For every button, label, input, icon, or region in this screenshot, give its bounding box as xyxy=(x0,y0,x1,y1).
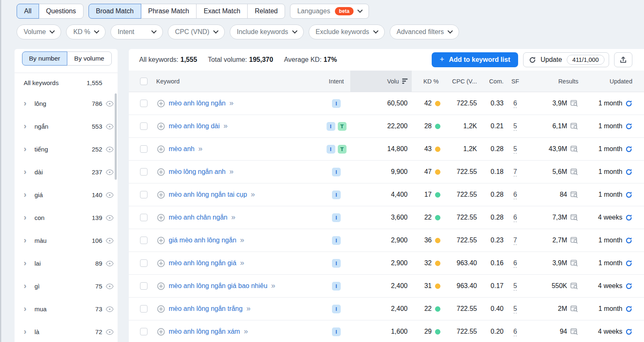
filter-dropdown[interactable]: KD % xyxy=(66,24,106,39)
filter-dropdown[interactable]: Include keywords xyxy=(230,24,304,39)
filter-dropdown[interactable]: CPC (VND) xyxy=(168,24,225,39)
eye-icon[interactable] xyxy=(106,101,114,107)
serp-features-count[interactable]: 6 xyxy=(514,100,517,108)
column-header-serp-features[interactable]: SF xyxy=(506,78,524,85)
plus-circle-icon[interactable] xyxy=(157,305,165,313)
keyword-link[interactable]: giá mèo anh lông ngắn xyxy=(169,237,236,244)
refresh-icon[interactable] xyxy=(625,100,632,107)
select-all-checkbox[interactable] xyxy=(140,78,147,85)
sort-descending-icon[interactable] xyxy=(402,78,408,84)
row-checkbox[interactable] xyxy=(140,237,147,244)
row-checkbox[interactable] xyxy=(140,282,147,290)
sidebar-keyword-group[interactable]: › lai 89 xyxy=(15,252,118,275)
keyword-link[interactable]: mèo lông ngắn anh xyxy=(169,168,226,176)
row-checkbox[interactable] xyxy=(140,214,147,221)
sidebar-keyword-group[interactable]: › màu 106 xyxy=(15,229,118,252)
chevron-right-icon[interactable]: › xyxy=(24,190,32,198)
plus-circle-icon[interactable] xyxy=(157,237,165,244)
serp-features-count[interactable]: 5 xyxy=(514,122,517,131)
keyword-link[interactable]: mèo anh lông dài xyxy=(169,122,220,130)
column-header-volume[interactable]: Volu xyxy=(350,71,412,92)
serp-preview-icon[interactable] xyxy=(570,214,578,221)
double-chevron-right-icon[interactable]: » xyxy=(229,168,234,176)
sidebar-tab-by-number[interactable]: By number xyxy=(22,51,67,66)
serp-features-count[interactable]: 6 xyxy=(514,259,517,268)
chevron-right-icon[interactable]: › xyxy=(24,99,32,107)
double-chevron-right-icon[interactable]: » xyxy=(231,214,235,221)
chevron-right-icon[interactable]: › xyxy=(24,281,32,290)
serp-features-count[interactable]: 6 xyxy=(514,191,517,199)
serp-features-count[interactable]: 5 xyxy=(514,282,517,291)
eye-icon[interactable] xyxy=(106,192,114,198)
row-checkbox[interactable] xyxy=(140,122,147,130)
sidebar-scrollbar[interactable] xyxy=(115,93,117,180)
row-checkbox[interactable] xyxy=(140,100,147,107)
column-header-results[interactable]: Results xyxy=(524,78,582,85)
match-tab-questions[interactable]: Questions xyxy=(39,4,84,19)
double-chevron-right-icon[interactable]: » xyxy=(240,259,244,267)
eye-icon[interactable] xyxy=(106,238,114,244)
sidebar-keyword-group[interactable]: › mua 73 xyxy=(15,298,118,320)
row-checkbox[interactable] xyxy=(140,305,147,313)
match-tab-phrase-match[interactable]: Phrase Match xyxy=(141,4,197,19)
eye-icon[interactable] xyxy=(106,329,114,335)
plus-circle-icon[interactable] xyxy=(157,214,165,222)
serp-preview-icon[interactable] xyxy=(570,237,578,244)
double-chevron-right-icon[interactable]: » xyxy=(244,328,248,335)
refresh-icon[interactable] xyxy=(625,260,632,267)
chevron-right-icon[interactable]: › xyxy=(24,327,32,335)
refresh-icon[interactable] xyxy=(625,328,632,335)
filter-dropdown[interactable]: Intent xyxy=(111,24,163,39)
sidebar-tab-by-volume[interactable]: By volume xyxy=(67,51,112,66)
serp-features-count[interactable]: 7 xyxy=(514,168,517,176)
chevron-right-icon[interactable]: › xyxy=(24,144,32,153)
column-header-updated[interactable]: Updated xyxy=(582,78,644,85)
plus-circle-icon[interactable] xyxy=(157,122,165,130)
eye-icon[interactable] xyxy=(106,124,114,129)
keyword-link[interactable]: mèo anh lông ngắn tai cụp xyxy=(169,191,247,198)
keyword-link[interactable]: mèo anh lông ngắn xyxy=(169,100,226,107)
refresh-icon[interactable] xyxy=(625,214,632,221)
filter-dropdown[interactable]: Exclude keywords xyxy=(309,24,385,39)
plus-circle-icon[interactable] xyxy=(157,282,165,290)
double-chevron-right-icon[interactable]: » xyxy=(224,122,228,130)
sidebar-keyword-group[interactable]: › gì 75 xyxy=(15,275,118,298)
column-header-kd[interactable]: KD % xyxy=(412,78,444,85)
filter-dropdown[interactable]: Advanced filters xyxy=(390,24,460,39)
sidebar-item-all-keywords[interactable]: All keywords 1,555 xyxy=(15,73,118,92)
row-checkbox[interactable] xyxy=(140,259,147,267)
languages-dropdown[interactable]: Languages beta xyxy=(290,4,369,19)
column-header-intent[interactable]: Intent xyxy=(322,78,350,85)
double-chevron-right-icon[interactable]: » xyxy=(251,191,255,198)
serp-preview-icon[interactable] xyxy=(570,169,578,175)
keyword-link[interactable]: mèo anh lông ngắn trắng xyxy=(169,305,243,313)
serp-features-count[interactable]: 6 xyxy=(514,328,517,336)
add-to-keyword-list-button[interactable]: + Add to keyword list xyxy=(432,52,518,67)
double-chevron-right-icon[interactable]: » xyxy=(246,305,251,313)
plus-circle-icon[interactable] xyxy=(157,145,165,153)
refresh-icon[interactable] xyxy=(625,283,632,290)
refresh-icon[interactable] xyxy=(625,169,632,176)
serp-preview-icon[interactable] xyxy=(570,123,578,129)
serp-features-count[interactable]: 5 xyxy=(514,305,517,313)
keyword-link[interactable]: mèo anh xyxy=(169,145,194,153)
serp-features-count[interactable]: 7 xyxy=(514,237,517,245)
plus-circle-icon[interactable] xyxy=(157,168,165,176)
chevron-right-icon[interactable]: › xyxy=(24,213,32,221)
double-chevron-right-icon[interactable]: » xyxy=(271,282,275,290)
chevron-right-icon[interactable]: › xyxy=(24,122,32,130)
serp-preview-icon[interactable] xyxy=(570,305,578,312)
chevron-right-icon[interactable]: › xyxy=(24,259,32,267)
serp-preview-icon[interactable] xyxy=(570,191,578,198)
plus-circle-icon[interactable] xyxy=(157,328,165,336)
serp-preview-icon[interactable] xyxy=(570,283,578,289)
plus-circle-icon[interactable] xyxy=(157,100,165,107)
sidebar-keyword-group[interactable]: › là 72 xyxy=(15,320,118,342)
eye-icon[interactable] xyxy=(106,283,114,289)
chevron-right-icon[interactable]: › xyxy=(24,236,32,244)
match-tab-related[interactable]: Related xyxy=(247,4,285,19)
sidebar-keyword-group[interactable]: › con 139 xyxy=(15,206,118,229)
eye-icon[interactable] xyxy=(106,215,114,221)
eye-icon[interactable] xyxy=(106,147,114,152)
serp-preview-icon[interactable] xyxy=(570,328,578,335)
